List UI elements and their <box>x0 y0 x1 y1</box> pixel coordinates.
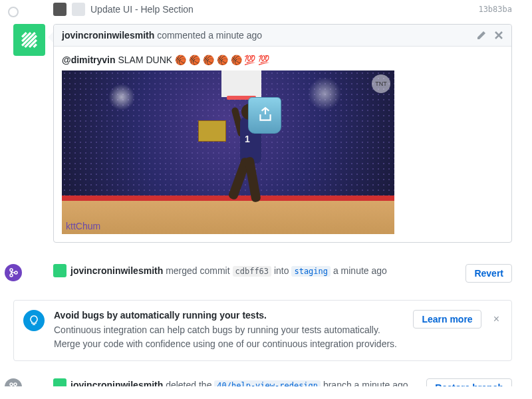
comment-image: 1 TNT kttChum <box>62 70 394 234</box>
avatar-stripes-icon <box>21 31 38 49</box>
merge-target[interactable]: staging <box>291 266 331 277</box>
broadcast-logo: TNT <box>372 74 390 93</box>
dismiss-icon[interactable]: × <box>491 313 502 325</box>
delete-time: branch a minute ago <box>321 380 408 386</box>
delete-text: jovincroninwilesmith deleted the 40/help… <box>70 378 421 386</box>
ci-text: Avoid bugs by automatically running your… <box>54 310 408 351</box>
mention[interactable]: @dimitryvin <box>62 55 116 65</box>
comment-body: @dimitryvin SLAM DUNK 🏀 🏀 🏀 🏀 🏀 💯 💯 <box>54 47 511 242</box>
learn-more-button[interactable]: Learn more <box>413 310 481 329</box>
delete-actor[interactable]: jovincroninwilesmith <box>70 380 163 386</box>
comment-block: jovincroninwilesmith commented a minute … <box>53 24 512 243</box>
git-merge-icon <box>5 264 22 281</box>
gif-watermark: kttChum <box>66 221 100 231</box>
git-branch-delete-icon <box>5 378 22 386</box>
svg-point-3 <box>10 383 13 386</box>
revert-button[interactable]: Revert <box>466 264 512 283</box>
commit-avatar-2 <box>72 3 85 16</box>
delete-event-row: jovincroninwilesmith deleted the 40/help… <box>53 373 512 386</box>
lightbulb-icon <box>23 310 45 331</box>
jersey-number: 1 <box>245 134 250 144</box>
merge-actor[interactable]: jovincroninwilesmith <box>70 265 163 276</box>
comment-time[interactable]: a minute ago <box>208 30 262 41</box>
restore-branch-button[interactable]: Restore branch <box>426 378 512 386</box>
comment-header: jovincroninwilesmith commented a minute … <box>54 25 511 47</box>
merge-text: jovincroninwilesmith merged commit cdbff… <box>70 264 460 278</box>
comment-author[interactable]: jovincroninwilesmith <box>62 30 154 41</box>
svg-point-5 <box>14 383 17 386</box>
comment-author-avatar[interactable] <box>13 24 45 56</box>
delete-avatar[interactable] <box>53 378 66 386</box>
svg-point-0 <box>10 269 13 271</box>
svg-point-1 <box>10 274 13 277</box>
comment-box: jovincroninwilesmith commented a minute … <box>53 24 512 243</box>
commit-sha[interactable]: 13b83ba <box>478 5 512 14</box>
commit-row: Update UI - Help Section 13b83ba <box>53 0 512 24</box>
pencil-icon[interactable] <box>477 31 486 40</box>
ci-desc: Continuous integration can help catch bu… <box>54 323 408 351</box>
close-icon[interactable] <box>494 31 503 40</box>
merge-event-row: jovincroninwilesmith merged commit cdbff… <box>53 259 512 288</box>
deleted-branch[interactable]: 40/help-view-redesign <box>214 380 321 386</box>
comment-text: @dimitryvin SLAM DUNK 🏀 🏀 🏀 🏀 🏀 💯 💯 <box>62 55 503 65</box>
merge-sha[interactable]: cdbff63 <box>233 266 272 277</box>
ci-banner: Avoid bugs by automatically running your… <box>13 300 512 361</box>
comment-actions <box>477 31 503 40</box>
commit-avatar-1 <box>53 3 66 16</box>
svg-point-2 <box>15 271 17 274</box>
mini-overlay <box>198 120 226 142</box>
ci-title: Avoid bugs by automatically running your… <box>54 310 408 321</box>
comment-meta: jovincroninwilesmith commented a minute … <box>62 30 477 41</box>
merge-avatar[interactable] <box>53 264 66 277</box>
commit-title[interactable]: Update UI - Help Section <box>90 4 478 15</box>
arena-scene: 1 TNT <box>62 70 394 234</box>
recycle-bin-icon <box>248 97 281 134</box>
merge-time: a minute ago <box>331 265 387 276</box>
